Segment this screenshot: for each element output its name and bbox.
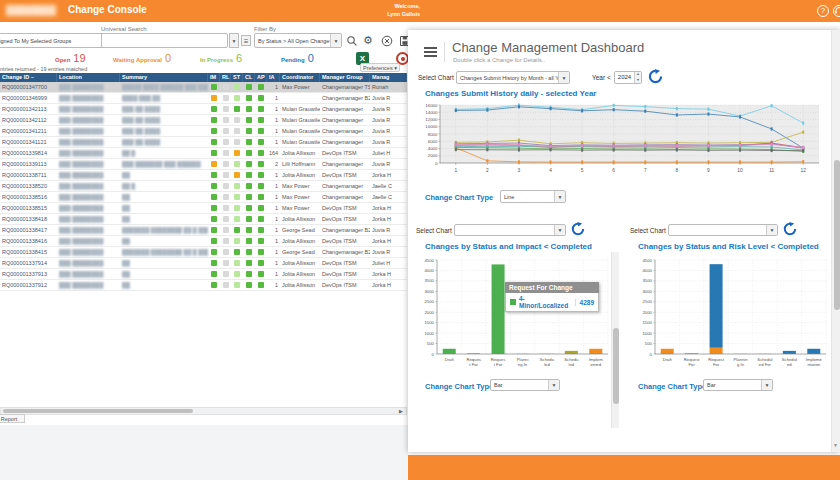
status-cell — [243, 93, 255, 103]
column-header[interactable]: IM — [208, 73, 220, 82]
help-icon[interactable]: ? — [817, 5, 829, 17]
count-open-value: 19 — [73, 52, 85, 64]
column-header[interactable]: Manager Group — [320, 73, 370, 82]
column-header[interactable]: Coordinator — [280, 73, 320, 82]
chart-type-select-1[interactable]: Line▼ — [500, 190, 566, 203]
chart-select-2[interactable]: ▼ — [454, 224, 566, 236]
report-button[interactable]: Report — [0, 414, 25, 423]
column-header[interactable]: Manag — [370, 73, 407, 82]
search-menu-button[interactable]: ☰ — [241, 35, 251, 46]
table-row[interactable]: RQ000001346999███ ████████████ ███ ██1Ch… — [0, 93, 407, 104]
status-square-icon — [223, 128, 229, 134]
scrollbar-right-arrow[interactable]: ▶ — [399, 408, 403, 415]
column-header[interactable]: Summary — [120, 73, 208, 82]
scroll-down-arrow[interactable]: ▼ — [833, 442, 838, 448]
table-cell: ███ ████████ — [57, 181, 120, 191]
table-row[interactable]: RQ000001341211███ ███████████ ██ ████1Mu… — [0, 126, 407, 137]
table-row[interactable]: RQ000001341121███ ███████████ ██ ████1Mu… — [0, 137, 407, 148]
column-header[interactable]: ST — [231, 73, 243, 82]
table-cell: 1 — [267, 181, 280, 191]
year-spinner[interactable]: 2024 ▲▼ — [614, 71, 642, 84]
table-cell: ███ ██ ████ — [120, 104, 208, 114]
table-cell: DevOps ITSM — [320, 258, 370, 268]
chart-type-select-3[interactable]: Bar▼ — [703, 379, 773, 391]
svg-text:500: 500 — [427, 341, 435, 346]
refresh-icon-3[interactable] — [783, 222, 797, 236]
table-row[interactable]: RQ000001338417███ ███████████████ ██████… — [0, 225, 407, 236]
refresh-icon-2[interactable] — [571, 222, 585, 236]
table-cell: █████ ████ ██████ ███ ███ — [120, 82, 208, 92]
risk-bar-chart[interactable]: 050010001500200025003000350040004500Draf… — [630, 254, 830, 390]
column-header[interactable]: AP — [255, 73, 267, 82]
table-cell: Jorka H — [370, 214, 407, 224]
chart-type-select-2[interactable]: Bar▼ — [490, 379, 560, 391]
table-row[interactable]: RQ000001338415███ ███████████████ ██████… — [0, 247, 407, 258]
line-chart[interactable]: 0200040006000800010000120001400016000123… — [420, 101, 828, 185]
table-row[interactable]: RQ000001338418███ ██████████1Jolita Alli… — [0, 214, 407, 225]
table-row[interactable]: RQ000001342113███ ███████████ ██ ████1Mu… — [0, 104, 407, 115]
impact-bar-chart[interactable]: 050010001500200025003000350040004500Draf… — [412, 254, 612, 390]
status-cell — [243, 280, 255, 290]
table-cell: ███ ██ ████ — [120, 137, 208, 147]
gear-icon[interactable]: ⚙ — [363, 34, 373, 47]
status-square-icon — [246, 172, 252, 178]
chevron-down-icon: ▼ — [548, 380, 559, 390]
filter-by-select[interactable]: By Status > All Open Changes >▼ — [254, 33, 342, 48]
table-row[interactable]: RQ000001339113███ ███████████ ███████ ██… — [0, 159, 407, 170]
column-header[interactable]: RL — [220, 73, 231, 82]
search-icon[interactable] — [346, 35, 358, 47]
search-dropdown-button[interactable]: ▼ — [229, 33, 239, 48]
table-cell: Jorka H — [370, 203, 407, 213]
status-cell — [208, 258, 220, 268]
table-row[interactable]: RQ000001339814███ ██████████ █164Jolita … — [0, 148, 407, 159]
status-square-icon — [246, 216, 252, 222]
horizontal-scrollbar[interactable]: ▶ — [0, 407, 407, 415]
clear-filter-icon[interactable] — [381, 35, 393, 47]
svg-text:3: 3 — [518, 168, 521, 173]
svg-text:ng In: ng In — [518, 362, 528, 367]
status-square-icon — [211, 249, 217, 255]
scrollbar-thumb[interactable] — [834, 160, 840, 310]
table-row[interactable]: RQ000001338515███ ██████████1Max PowerDe… — [0, 203, 407, 214]
group-filter-select[interactable]: Assigned To My Selected Groups▼ — [0, 33, 116, 48]
table-cell: RQ000001338516 — [0, 192, 57, 202]
svg-text:For: For — [713, 362, 720, 367]
column-header[interactable]: IA — [267, 73, 280, 82]
headset-icon[interactable] — [833, 5, 840, 17]
table-cell: George Sead — [280, 225, 320, 235]
refresh-icon[interactable] — [648, 69, 663, 84]
table-row[interactable]: RQ000001337912███ ██████████1Jolita Alli… — [0, 280, 407, 291]
column-header[interactable]: CL — [243, 73, 255, 82]
scrollbar-thumb[interactable] — [3, 409, 193, 413]
status-cell — [208, 115, 220, 125]
table-row[interactable]: RQ000001338516███ ██████████1Max PowerCh… — [0, 192, 407, 203]
menu-icon[interactable] — [424, 47, 437, 57]
table-row[interactable]: RQ000001342112███ ███████████ ██ ████1Mu… — [0, 115, 407, 126]
status-cell — [208, 159, 220, 169]
spinner-arrows[interactable]: ▲▼ — [634, 72, 641, 83]
status-square-icon — [246, 271, 252, 277]
table-cell: Mulan Grauwiler — [280, 115, 320, 125]
table-row[interactable]: RQ000001338711███ ██████████1Jolita Alli… — [0, 170, 407, 181]
scrollbar-thumb[interactable] — [613, 328, 619, 404]
table-row[interactable]: RQ000001337913███ ██████████1Jolita Alli… — [0, 269, 407, 280]
inner-vertical-scrollbar[interactable] — [611, 252, 619, 428]
table-cell: Jolita Allisson — [280, 280, 320, 290]
column-header[interactable]: Change ID ~ — [0, 73, 57, 82]
chart-select[interactable]: Changes Submit History by Month - all Ye… — [456, 71, 570, 84]
chart-select-3[interactable]: ▼ — [668, 224, 778, 236]
table-cell: Jolita Allisson — [280, 148, 320, 158]
svg-text:2: 2 — [486, 168, 489, 173]
table-cell: ███ ████████ — [57, 82, 120, 92]
column-header[interactable]: Location — [57, 73, 120, 82]
status-cell — [243, 269, 255, 279]
dashboard-vertical-scrollbar[interactable]: ▼ — [831, 30, 840, 452]
table-row[interactable]: RQ000001338520███ ██████████ █1Max Power… — [0, 181, 407, 192]
status-square-icon — [258, 260, 264, 266]
preferences-button[interactable]: Preferences ▾ — [360, 63, 400, 72]
table-row[interactable]: RQ000001347700███ █████████████ ████ ███… — [0, 82, 407, 93]
table-row[interactable]: RQ000001338416███ ██████████1Jolita Alli… — [0, 236, 407, 247]
status-cell — [208, 192, 220, 202]
universal-search-input[interactable] — [101, 33, 228, 48]
table-row[interactable]: RQ000001337914███ ██████████1Jolita Alli… — [0, 258, 407, 269]
